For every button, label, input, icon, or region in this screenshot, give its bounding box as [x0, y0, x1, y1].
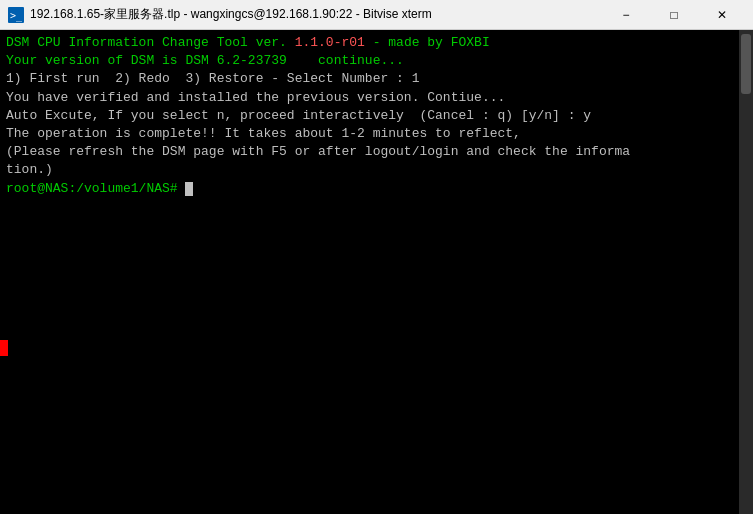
app-icon: >_ — [8, 7, 24, 23]
line-version: Your version of DSM is DSM 6.2-23739 con… — [6, 52, 747, 70]
terminal-content: DSM CPU Information Change Tool ver. 1.1… — [6, 34, 747, 198]
minimize-button[interactable]: − — [603, 0, 649, 30]
close-button[interactable]: ✕ — [699, 0, 745, 30]
left-marker — [0, 340, 8, 356]
svg-text:>_: >_ — [10, 10, 23, 22]
line-complete-1: The operation is complete!! It takes abo… — [6, 125, 747, 143]
maximize-button[interactable]: □ — [651, 0, 697, 30]
line-menu: 1) First run 2) Redo 3) Restore - Select… — [6, 70, 747, 88]
scrollbar-thumb[interactable] — [741, 34, 751, 94]
titlebar: >_ 192.168.1.65-家里服务器.tlp - wangxingcs@1… — [0, 0, 753, 30]
line-verified: You have verified and installed the prev… — [6, 89, 747, 107]
line-complete-3: tion.) — [6, 161, 747, 179]
line-complete-2: (Please refresh the DSM page with F5 or … — [6, 143, 747, 161]
terminal-cursor — [185, 182, 193, 196]
line-prompt: root@NAS:/volume1/NAS# — [6, 180, 747, 198]
line-auto-excute: Auto Excute, If you select n, proceed in… — [6, 107, 747, 125]
window-title: 192.168.1.65-家里服务器.tlp - wangxingcs@192.… — [30, 6, 603, 23]
terminal-window[interactable]: DSM CPU Information Change Tool ver. 1.1… — [0, 30, 753, 514]
line-tool-header: DSM CPU Information Change Tool ver. 1.1… — [6, 34, 747, 52]
window-controls: − □ ✕ — [603, 0, 745, 30]
scrollbar[interactable] — [739, 30, 753, 514]
